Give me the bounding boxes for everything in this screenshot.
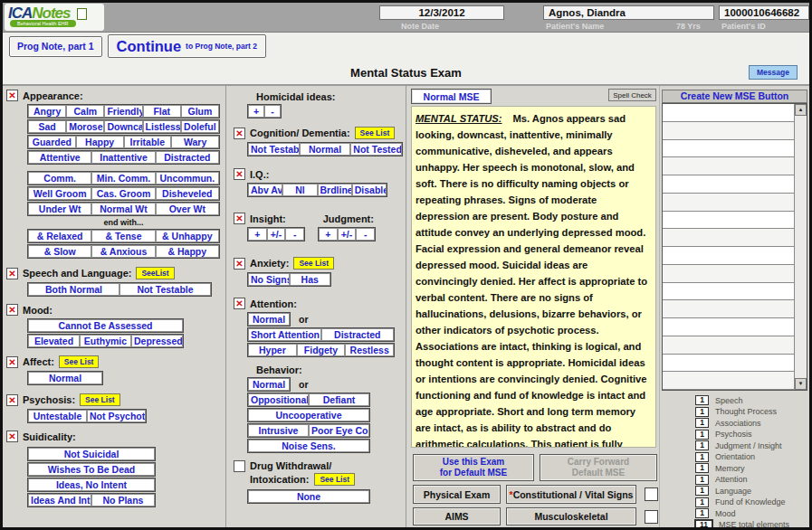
mse-list-row[interactable] <box>663 336 794 355</box>
option-button[interactable]: Untestable <box>28 410 87 422</box>
drug-withdrawal-checkbox[interactable] <box>234 460 245 472</box>
anxiety-see-list-button[interactable]: See List <box>293 257 334 270</box>
appearance-red-x-checkbox[interactable] <box>6 90 18 101</box>
option-button[interactable]: Listless <box>143 120 181 133</box>
option-button[interactable]: Nl <box>282 184 317 196</box>
option-button[interactable]: Morose <box>66 120 104 133</box>
option-button[interactable]: & Happy <box>156 245 219 258</box>
continue-button[interactable]: Continue to Prog Note, part 2 <box>108 34 266 58</box>
option-button[interactable]: Flat <box>143 105 181 118</box>
mse-list-row[interactable] <box>663 140 794 158</box>
option-button[interactable]: Not Testable <box>119 283 211 296</box>
affect-red-x-checkbox[interactable] <box>6 356 18 368</box>
option-button[interactable]: Under Wt <box>28 203 91 215</box>
mse-list-row[interactable] <box>663 175 794 194</box>
option-button[interactable]: No Signs <box>248 273 290 286</box>
option-button[interactable]: Normal Wt <box>91 203 155 215</box>
option-button[interactable]: Friendly <box>104 105 142 118</box>
note-date-field[interactable]: 12/3/2012 <box>379 5 504 20</box>
option-button[interactable]: + <box>248 105 264 118</box>
option-button[interactable]: Cannot Be Assessed <box>28 319 183 332</box>
option-button[interactable]: - <box>285 228 304 241</box>
mse-note-textarea[interactable]: MENTAL STATUS:Ms. Agnos appears sad look… <box>411 106 656 448</box>
mse-list-row[interactable] <box>663 372 794 390</box>
mood-red-x-checkbox[interactable] <box>6 304 18 316</box>
speech-red-x-checkbox[interactable] <box>6 268 18 279</box>
option-button[interactable]: Disheveled <box>156 187 219 200</box>
option-button[interactable]: Brdline <box>318 184 352 196</box>
option-button[interactable]: Normal <box>248 378 290 391</box>
physical-exam-button[interactable]: Physical Exam <box>413 485 501 504</box>
option-button[interactable]: Doleful <box>181 120 219 133</box>
drug-see-list-button[interactable]: See List <box>314 473 355 486</box>
prog-note-part1-button[interactable]: Prog Note, part 1 <box>9 36 102 57</box>
option-button[interactable]: Not Testable <box>248 143 300 156</box>
speech-see-list-button[interactable]: SeeList <box>136 267 174 279</box>
option-button[interactable]: Calm <box>66 105 104 118</box>
anxiety-red-x-checkbox[interactable] <box>234 258 245 270</box>
affect-see-list-button[interactable]: See List <box>59 355 100 368</box>
option-button[interactable]: Angry <box>28 105 66 118</box>
option-button[interactable]: Wary <box>171 136 219 148</box>
option-button[interactable]: - <box>264 105 281 118</box>
option-button[interactable]: Short Attention Span <box>248 328 321 341</box>
option-button[interactable]: Disabled. <box>352 184 387 196</box>
option-button[interactable]: Elevated <box>28 335 80 347</box>
mse-list-row[interactable] <box>663 318 794 336</box>
option-button[interactable]: None <box>248 490 369 503</box>
aims-button[interactable]: AIMS <box>413 507 501 525</box>
option-button[interactable]: Not Tested <box>350 143 402 156</box>
psychosis-red-x-checkbox[interactable] <box>6 394 18 406</box>
option-button[interactable]: Over Wt <box>156 203 219 215</box>
option-button[interactable]: Restless <box>345 344 394 356</box>
patient-name-field[interactable]: Agnos, Diandra <box>543 5 714 20</box>
option-button[interactable]: Noise Sens. <box>248 440 369 452</box>
option-button[interactable]: Wishes To Be Dead <box>28 463 155 476</box>
mse-list-row[interactable] <box>663 300 794 318</box>
scroll-up-icon[interactable]: ▲ <box>795 104 807 116</box>
option-button[interactable]: +/- <box>267 228 286 241</box>
create-new-mse-button[interactable]: Create New MSE Button <box>662 90 807 103</box>
mse-list-row[interactable] <box>663 157 794 175</box>
option-button[interactable]: Distracted <box>156 151 219 164</box>
option-button[interactable]: Normal <box>248 313 290 326</box>
use-this-exam-button[interactable]: Use this Exam for Default MSE <box>413 454 534 481</box>
constitutional-checkbox[interactable] <box>645 487 658 501</box>
option-button[interactable]: - <box>356 228 375 241</box>
psychosis-see-list-button[interactable]: See List <box>80 393 120 406</box>
mse-list-row[interactable] <box>663 247 794 265</box>
option-button[interactable]: Not Suicidal <box>28 448 155 460</box>
musculoskeletal-checkbox[interactable] <box>645 510 658 524</box>
list-scrollbar[interactable]: ▲ ▼ <box>794 104 807 390</box>
option-button[interactable]: Uncooperative <box>248 409 369 421</box>
musculoskeletal-button[interactable]: Musculoskeletal <box>506 507 636 525</box>
option-button[interactable]: Fidgety <box>297 344 346 356</box>
insight-red-x-checkbox[interactable] <box>234 213 245 224</box>
option-button[interactable]: Ideas And Intent <box>28 494 91 506</box>
option-button[interactable]: Both Normal <box>28 283 119 296</box>
mse-list-row[interactable] <box>663 104 794 122</box>
attention-red-x-checkbox[interactable] <box>234 298 245 309</box>
suicidality-red-x-checkbox[interactable] <box>6 431 18 442</box>
option-button[interactable]: Downcast <box>104 120 142 133</box>
constitutional-vital-signs-button[interactable]: *Constitutional / Vital Signs <box>506 485 636 504</box>
option-button[interactable]: Inattentive <box>91 151 155 164</box>
cognition-see-list-button[interactable]: See List <box>355 127 396 139</box>
option-button[interactable]: & Unhappy <box>156 230 219 242</box>
option-button[interactable]: Happy <box>76 136 124 148</box>
option-button[interactable]: Sad <box>28 120 66 133</box>
option-button[interactable]: Poor Eye Contact <box>309 424 369 437</box>
option-button[interactable]: + <box>319 228 338 241</box>
mse-list-row[interactable] <box>663 283 794 301</box>
option-button[interactable]: Normal <box>300 143 351 156</box>
option-button[interactable]: + <box>248 228 267 241</box>
mse-list-row[interactable] <box>663 212 794 230</box>
mse-list-row[interactable] <box>663 229 794 247</box>
mse-list-row[interactable] <box>663 194 794 212</box>
option-button[interactable]: Has <box>290 273 331 286</box>
option-button[interactable]: Oppositional <box>248 393 309 406</box>
option-button[interactable]: Cas. Groom <box>91 187 155 200</box>
option-button[interactable]: & Slow <box>28 245 91 258</box>
option-button[interactable]: +/- <box>338 228 357 241</box>
option-button[interactable]: Comm. <box>28 172 91 185</box>
